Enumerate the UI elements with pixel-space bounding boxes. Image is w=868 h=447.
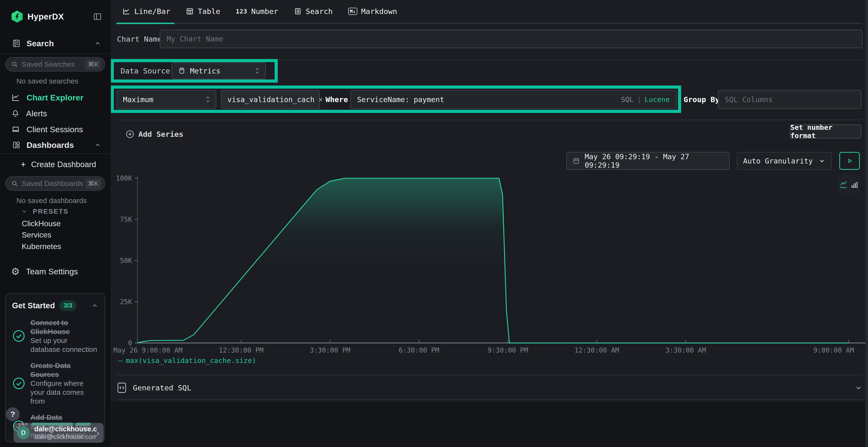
sidebar-item-client-sessions[interactable]: Client Sessions (0, 122, 111, 136)
get-started-title: Get Started (12, 301, 55, 310)
tab-label: Table (198, 7, 220, 16)
run-query-button[interactable] (839, 152, 860, 170)
sidebar-item-alerts[interactable]: Alerts (0, 106, 111, 121)
saved-dashboards-input[interactable]: Saved Dashboards ⌘K (5, 176, 105, 191)
sql-mode-button[interactable]: SQL (621, 95, 633, 104)
group-by-label: Group By (684, 90, 719, 109)
svg-text:75K: 75K (120, 215, 132, 224)
time-range-value: May 26 09:29:19 - May 27 09:29:19 (585, 152, 723, 169)
preset-item-kubernetes[interactable]: Kubernetes (22, 242, 61, 251)
add-series-button[interactable]: Add Series (125, 125, 184, 143)
checklist-item-connect[interactable]: Connect to ClickHouse Set up your databa… (12, 318, 98, 354)
help-button[interactable]: ? (6, 408, 20, 421)
number-123-icon: 123 (236, 8, 247, 15)
chevron-right-icon: › (97, 428, 99, 438)
chart-name-input[interactable]: My Chart Name (160, 30, 863, 48)
create-dashboard-label: Create Dashboard (31, 160, 96, 169)
preset-item-clickhouse[interactable]: ClickHouse (22, 219, 61, 228)
app-title: HyperDX (28, 12, 64, 22)
chevron-up-icon[interactable] (91, 302, 98, 309)
laptop-icon (11, 125, 20, 134)
chart-legend[interactable]: — max(visa_validation_cache.size) (118, 356, 256, 365)
checklist-title: Create Data Sources (30, 361, 98, 379)
chart-line-icon (11, 93, 20, 102)
no-saved-searches-text: No saved searches (17, 77, 79, 85)
chevron-up-icon[interactable] (94, 40, 101, 47)
user-email: dale@clickhouse.com (34, 425, 97, 433)
sidebar-section-dashboards[interactable]: Dashboards (0, 138, 111, 152)
tabbar-track (117, 23, 863, 24)
svg-text:3:30:00 PM: 3:30:00 PM (310, 346, 350, 354)
svg-text:0: 0 (128, 339, 132, 347)
metric-field-tag[interactable]: visa_validation_cach × (221, 90, 320, 109)
tab-search[interactable]: Search (286, 0, 340, 23)
visualization-tabbar: Line/Bar Table 123 Number Search M↓ Mark… (117, 0, 405, 23)
group-by-input[interactable]: SQL Columns (718, 90, 861, 109)
data-source-select[interactable]: Metrics (172, 62, 266, 79)
saved-searches-input[interactable]: Saved Searches ⌘K (5, 57, 105, 72)
presets-label: PRESETS (33, 208, 68, 215)
avatar: D (17, 426, 30, 439)
svg-text:9:30:00 PM: 9:30:00 PM (488, 346, 528, 354)
tab-number[interactable]: 123 Number (228, 0, 286, 23)
tab-markdown[interactable]: M↓ Markdown (340, 0, 405, 23)
svg-text:50K: 50K (120, 257, 132, 265)
checklist-subtitle: Set up your database connection (30, 336, 98, 354)
active-tab-underline (117, 23, 174, 24)
where-value: ServiceName: payment (357, 95, 444, 104)
database-icon (178, 67, 186, 75)
chevron-up-icon[interactable] (94, 141, 101, 148)
checklist-item-data-sources[interactable]: Create Data Sources Configure where your… (12, 361, 98, 406)
select-chevrons-icon (205, 95, 211, 104)
gear-icon: ⚙ (11, 267, 20, 276)
markdown-icon: M↓ (348, 8, 357, 15)
calendar-icon (572, 157, 580, 165)
tab-label: Line/Bar (134, 7, 170, 16)
code-icon (117, 382, 127, 393)
where-input[interactable]: ServiceName: payment SQL | Lucene (350, 90, 677, 109)
dashboards-grid-icon (12, 141, 21, 149)
preset-item-services[interactable]: Services (22, 231, 51, 239)
sidebar-item-team-settings[interactable]: ⚙ Team Settings (0, 265, 111, 278)
data-source-value: Metrics (190, 67, 220, 75)
no-saved-dashboards-text: No saved dashboards (17, 197, 87, 205)
sidebar-section-search[interactable]: Search (0, 37, 111, 50)
presets-toggle[interactable]: PRESETS (21, 208, 68, 215)
client-sessions-label: Client Sessions (27, 125, 83, 134)
hyperdx-logo-icon (11, 10, 23, 23)
generated-sql-label: Generated SQL (133, 383, 191, 392)
svg-text:100K: 100K (116, 174, 132, 182)
create-dashboard-button[interactable]: + Create Dashboard (0, 158, 111, 171)
search-icon (11, 61, 18, 68)
chart-name-placeholder: My Chart Name (166, 35, 223, 43)
svg-text:12:30:00 AM: 12:30:00 AM (574, 346, 619, 354)
close-icon[interactable]: × (318, 95, 323, 104)
sidebar-collapse-icon[interactable] (93, 12, 102, 21)
aggregation-select[interactable]: Maximum (117, 90, 216, 109)
svg-text:25K: 25K (120, 298, 132, 306)
plus-circle-icon (125, 130, 134, 139)
line-chart-icon (122, 7, 130, 15)
sidebar: HyperDX Search Saved Searches ⌘K No save… (0, 0, 111, 447)
lucene-mode-button[interactable]: Lucene (645, 95, 670, 104)
granularity-select[interactable]: Auto Granularity (737, 152, 832, 170)
svg-text:12:30:00 PM: 12:30:00 PM (219, 346, 263, 354)
time-range-input[interactable]: May 26 09:29:19 - May 27 09:29:19 (566, 152, 730, 170)
table-icon (186, 7, 194, 15)
chevron-down-icon (21, 208, 28, 215)
get-started-header[interactable]: Get Started 3/3 (12, 300, 98, 311)
aggregation-value: Maximum (123, 95, 153, 104)
tab-table[interactable]: Table (178, 0, 228, 23)
add-series-label: Add Series (138, 130, 184, 138)
play-icon (846, 157, 853, 165)
generated-sql-toggle[interactable]: Generated SQL (117, 377, 863, 398)
timeseries-chart[interactable]: 025K50K75K100KMay 26 9:00:00 AM12:30:00 … (111, 172, 868, 363)
tab-line-bar[interactable]: Line/Bar (117, 0, 178, 23)
chevron-down-icon[interactable] (855, 384, 863, 391)
search-icon (11, 180, 18, 187)
scrollbar[interactable] (865, 0, 868, 447)
set-number-format-button[interactable]: Set number format (790, 125, 861, 138)
user-menu[interactable]: D dale@clickhouse.com dale@clickhouse.co… (13, 423, 104, 443)
sidebar-divider (0, 53, 111, 54)
sidebar-item-chart-explorer[interactable]: Chart Explorer (0, 91, 111, 105)
